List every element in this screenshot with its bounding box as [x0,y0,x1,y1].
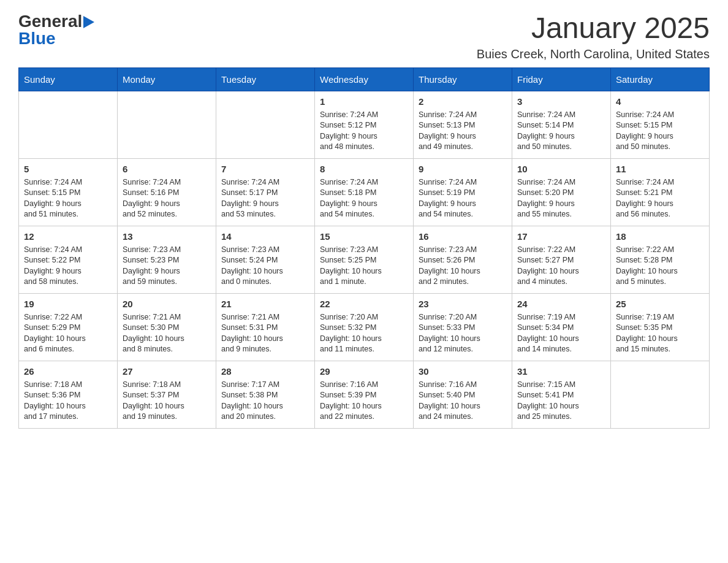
day-info: and 19 minutes. [123,412,211,423]
day-info: Daylight: 10 hours [24,334,112,345]
day-info: Sunset: 5:22 PM [24,255,112,266]
calendar-cell: 24Sunrise: 7:19 AMSunset: 5:34 PMDayligh… [512,293,611,361]
day-info: Sunrise: 7:21 AM [123,312,211,323]
calendar-cell: 25Sunrise: 7:19 AMSunset: 5:35 PMDayligh… [611,293,710,361]
day-info: and 52 minutes. [123,209,211,220]
day-info: and 12 minutes. [419,344,507,355]
calendar-cell: 16Sunrise: 7:23 AMSunset: 5:26 PMDayligh… [414,226,512,293]
day-info: Daylight: 9 hours [517,199,605,210]
day-info: Sunset: 5:21 PM [616,188,704,199]
day-info: and 5 minutes. [616,277,704,288]
calendar-table: SundayMondayTuesdayWednesdayThursdayFrid… [18,67,710,429]
calendar-cell [611,361,710,428]
calendar-cell: 7Sunrise: 7:24 AMSunset: 5:17 PMDaylight… [216,158,315,226]
day-info: and 59 minutes. [123,277,211,288]
day-info: Sunset: 5:20 PM [517,188,605,199]
day-info: Daylight: 10 hours [123,334,211,345]
calendar-cell: 6Sunrise: 7:24 AMSunset: 5:16 PMDaylight… [118,158,216,226]
day-number: 24 [517,297,605,310]
calendar-cell: 29Sunrise: 7:16 AMSunset: 5:39 PMDayligh… [315,361,414,428]
day-number: 26 [24,365,112,378]
day-info: Sunset: 5:34 PM [517,323,605,334]
calendar-cell: 30Sunrise: 7:16 AMSunset: 5:40 PMDayligh… [414,361,512,428]
day-number: 10 [517,163,605,175]
day-info: and 55 minutes. [517,209,605,220]
day-info: and 9 minutes. [221,344,309,355]
day-info: Sunset: 5:28 PM [616,255,704,266]
calendar-cell: 14Sunrise: 7:23 AMSunset: 5:24 PMDayligh… [216,226,315,293]
day-info: and 4 minutes. [517,277,605,288]
day-info: Daylight: 9 hours [419,199,507,210]
calendar-cell [19,91,118,158]
svg-marker-0 [83,16,94,28]
day-number: 18 [616,230,704,243]
calendar-cell: 18Sunrise: 7:22 AMSunset: 5:28 PMDayligh… [611,226,710,293]
day-info: Sunrise: 7:24 AM [616,177,704,188]
day-number: 27 [123,365,211,378]
day-info: Sunset: 5:35 PM [616,323,704,334]
day-info: Daylight: 10 hours [419,334,507,345]
day-info: Sunset: 5:31 PM [221,323,309,334]
day-info: and 54 minutes. [419,209,507,220]
logo-text-general: General [18,13,82,30]
calendar-cell: 19Sunrise: 7:22 AMSunset: 5:29 PMDayligh… [19,293,118,361]
day-info: and 8 minutes. [123,344,211,355]
day-info: and 48 minutes. [320,142,408,153]
day-number: 19 [24,297,112,310]
day-info: Daylight: 10 hours [123,401,211,412]
subtitle: Buies Creek, North Carolina, United Stat… [477,47,710,61]
calendar-cell: 10Sunrise: 7:24 AMSunset: 5:20 PMDayligh… [512,158,611,226]
day-info: Sunset: 5:15 PM [24,188,112,199]
day-number: 9 [419,163,507,175]
day-info: Sunset: 5:19 PM [419,188,507,199]
day-number: 5 [24,163,112,175]
day-info: Sunset: 5:33 PM [419,323,507,334]
day-number: 20 [123,297,211,310]
day-info: and 15 minutes. [616,344,704,355]
weekday-header-tuesday: Tuesday [216,67,315,91]
day-info: Daylight: 10 hours [616,334,704,345]
day-info: Sunrise: 7:24 AM [24,245,112,256]
weekday-header-monday: Monday [118,67,216,91]
day-info: Daylight: 9 hours [517,131,605,142]
calendar-cell: 22Sunrise: 7:20 AMSunset: 5:32 PMDayligh… [315,293,414,361]
day-info: Daylight: 10 hours [419,266,507,277]
week-row-3: 12Sunrise: 7:24 AMSunset: 5:22 PMDayligh… [19,226,710,293]
day-info: Sunrise: 7:19 AM [517,312,605,323]
day-info: Daylight: 9 hours [616,199,704,210]
day-info: Sunrise: 7:24 AM [123,177,211,188]
calendar-cell: 31Sunrise: 7:15 AMSunset: 5:41 PMDayligh… [512,361,611,428]
day-info: Daylight: 10 hours [517,334,605,345]
calendar-cell: 2Sunrise: 7:24 AMSunset: 5:13 PMDaylight… [414,91,512,158]
day-number: 23 [419,297,507,310]
day-info: Daylight: 9 hours [221,199,309,210]
day-info: Sunset: 5:23 PM [123,255,211,266]
day-info: Daylight: 9 hours [24,199,112,210]
day-number: 21 [221,297,309,310]
week-row-2: 5Sunrise: 7:24 AMSunset: 5:15 PMDaylight… [19,158,710,226]
day-info: and 50 minutes. [616,142,704,153]
day-info: and 49 minutes. [419,142,507,153]
day-info: Sunrise: 7:18 AM [24,380,112,391]
calendar-cell: 5Sunrise: 7:24 AMSunset: 5:15 PMDaylight… [19,158,118,226]
day-info: and 0 minutes. [221,277,309,288]
day-info: and 14 minutes. [517,344,605,355]
day-info: Daylight: 9 hours [320,131,408,142]
day-info: Sunset: 5:40 PM [419,390,507,401]
calendar-cell: 13Sunrise: 7:23 AMSunset: 5:23 PMDayligh… [118,226,216,293]
day-info: Sunrise: 7:17 AM [221,380,309,391]
day-info: Sunrise: 7:23 AM [320,245,408,256]
day-info: Sunset: 5:25 PM [320,255,408,266]
calendar-cell: 21Sunrise: 7:21 AMSunset: 5:31 PMDayligh… [216,293,315,361]
day-info: Sunrise: 7:22 AM [616,245,704,256]
logo: General Blue [18,12,94,47]
day-number: 3 [517,95,605,108]
day-info: Sunset: 5:12 PM [320,120,408,131]
day-info: Daylight: 10 hours [419,401,507,412]
calendar-cell: 9Sunrise: 7:24 AMSunset: 5:19 PMDaylight… [414,158,512,226]
day-info: Sunrise: 7:24 AM [616,110,704,121]
day-info: Sunset: 5:17 PM [221,188,309,199]
day-number: 17 [517,230,605,243]
calendar-cell: 12Sunrise: 7:24 AMSunset: 5:22 PMDayligh… [19,226,118,293]
week-row-4: 19Sunrise: 7:22 AMSunset: 5:29 PMDayligh… [19,293,710,361]
